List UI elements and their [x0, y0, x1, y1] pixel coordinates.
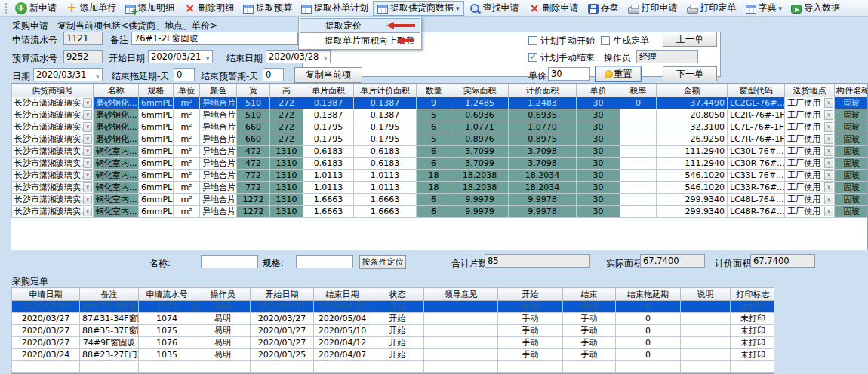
cell[interactable]: 299.9340 — [657, 206, 728, 218]
cell[interactable]: 易明 — [195, 337, 251, 349]
cell[interactable] — [424, 349, 498, 361]
cell[interactable]: 未打印 — [731, 349, 775, 361]
cell[interactable]: 30 — [577, 146, 620, 158]
cell[interactable]: m² — [174, 170, 200, 182]
cell[interactable]: 18.2034 — [509, 170, 577, 182]
toolbar-extract-budget-button[interactable]: 提取预算 — [239, 1, 297, 16]
cell[interactable]: 0.6183 — [303, 146, 354, 158]
cell[interactable]: 1310 — [270, 170, 303, 182]
table-row[interactable]: 2020/03/2787#31-34F窗固玻1074易明2020/03/2720… — [12, 313, 775, 325]
cell[interactable]: 111.2940 — [657, 146, 728, 158]
column-header[interactable]: 实际面积 — [451, 84, 509, 97]
cell-dropdown-icon[interactable]: ∨ — [824, 182, 833, 192]
column-header[interactable]: 申请流水号 — [139, 288, 195, 301]
cell[interactable]: 272 — [270, 133, 303, 146]
cell[interactable]: 1076 — [139, 337, 195, 349]
cell[interactable]: 510 — [237, 109, 270, 121]
cell-dropdown-icon[interactable]: ∨ — [83, 170, 92, 180]
column-header[interactable]: 结束拖延期 — [616, 288, 681, 301]
cell[interactable]: 6mmPLE... — [139, 170, 174, 182]
column-header[interactable]: 开始日期 — [251, 288, 314, 301]
column-header[interactable]: 供货商编号 — [12, 84, 94, 97]
cell-dropdown-icon[interactable]: ∨ — [83, 98, 92, 108]
cell[interactable]: 546.1020 — [657, 182, 728, 194]
cell[interactable] — [424, 337, 498, 349]
cell[interactable]: 固玻 — [835, 109, 868, 121]
cell[interactable]: 0.1795 — [354, 133, 417, 146]
cell[interactable]: 30 — [577, 158, 620, 170]
cell[interactable]: 111.2940 — [657, 158, 728, 170]
cell[interactable]: 0 — [616, 337, 681, 349]
table-row[interactable]: 2020/03/2788#35-37F窗固玻1075易明2020/03/2720… — [12, 325, 775, 337]
toolbar-add-row-button[interactable]: 添加单行 — [61, 1, 121, 16]
column-header[interactable]: 规格 — [139, 84, 174, 97]
cell[interactable]: m² — [174, 158, 200, 170]
request-no-field[interactable] — [63, 32, 103, 45]
column-header[interactable]: 窗型代码 — [728, 84, 785, 97]
cell[interactable]: 0 — [620, 97, 657, 109]
cell[interactable]: 工厂使用∨ — [785, 182, 835, 194]
toolbar-print-request-button[interactable]: 打印申请 — [623, 1, 682, 16]
cell[interactable]: 工厂使用∨ — [785, 97, 835, 109]
next-order-button[interactable]: 下一单 — [663, 66, 717, 81]
cell[interactable]: 9.9979 — [451, 194, 509, 206]
cell[interactable]: 固玻 — [835, 170, 868, 182]
cell[interactable]: 手动 — [498, 301, 563, 313]
cell[interactable]: 磨砂钢化... — [94, 133, 139, 146]
cell[interactable]: 0.8975 — [509, 133, 577, 146]
cell[interactable]: 30 — [577, 194, 620, 206]
cell[interactable]: 18.2038 — [451, 182, 509, 194]
start-date-picker[interactable]: 2020/03/21∨ — [148, 50, 213, 63]
cell[interactable]: m² — [174, 206, 200, 218]
cell[interactable]: 18 — [417, 182, 451, 194]
cell[interactable]: 18.2038 — [451, 170, 509, 182]
column-header[interactable]: 结束 — [563, 288, 616, 301]
end-warn-field[interactable] — [263, 68, 284, 81]
cell[interactable]: m² — [174, 133, 200, 146]
cell[interactable]: 1035 — [139, 349, 195, 361]
toolbar-grip[interactable] — [5, 3, 7, 14]
cell[interactable]: 固玻 — [835, 182, 868, 194]
column-header[interactable]: 单片计价面积 — [354, 84, 417, 97]
cell[interactable]: 6mmPLE... — [139, 146, 174, 158]
cell[interactable]: 固玻 — [835, 121, 868, 133]
cell[interactable]: 1.0113 — [303, 170, 354, 182]
cell[interactable]: 1.0113 — [354, 170, 417, 182]
cell[interactable]: m² — [174, 97, 200, 109]
cell[interactable]: 6 — [417, 158, 451, 170]
toolbar-dictionary-button[interactable]: 字典▾ — [741, 1, 787, 16]
toolbar-save-button[interactable]: 存盘 — [583, 1, 623, 16]
cell-dropdown-icon[interactable]: ∨ — [83, 146, 92, 156]
budget-no-field[interactable] — [63, 50, 103, 63]
cell[interactable]: 未打印 — [731, 337, 775, 349]
cell[interactable]: 异地合片 — [200, 194, 237, 206]
cell[interactable] — [424, 301, 498, 313]
cell[interactable]: 9 — [417, 97, 451, 109]
cell-dropdown-icon[interactable]: ∨ — [824, 170, 833, 180]
cell[interactable]: 固玻 — [835, 146, 868, 158]
table-row[interactable]: 长沙市潇湘玻璃实...∨钢化室内...6mmPLE...m²异地合片772131… — [12, 170, 868, 182]
cell-dropdown-icon[interactable]: ∨ — [83, 182, 92, 192]
cell[interactable]: 0 — [616, 313, 681, 325]
cell[interactable]: 37.4490 — [657, 97, 728, 109]
cell[interactable]: 0.1387 — [354, 97, 417, 109]
unit-price-field[interactable] — [548, 67, 590, 81]
cell[interactable]: 1310 — [270, 146, 303, 158]
cell[interactable]: 1.6663 — [354, 194, 417, 206]
cell[interactable]: LC33R-76#... — [728, 182, 785, 194]
column-header[interactable]: 高 — [270, 84, 303, 97]
gen-order-checkbox[interactable] — [601, 36, 610, 45]
cell[interactable]: 2020/03/27 — [251, 337, 314, 349]
cell[interactable]: 2020/04/30 — [314, 301, 371, 313]
cell[interactable]: 开始 — [371, 337, 424, 349]
cell[interactable]: 1310 — [270, 194, 303, 206]
cell[interactable]: 手动 — [498, 313, 563, 325]
table-row[interactable]: 2020/03/2774#9F窗固玻1076易明2020/03/272020/0… — [12, 337, 775, 349]
cell[interactable]: 手动 — [563, 325, 616, 337]
cell[interactable]: 异地合片 — [200, 206, 237, 218]
cell[interactable]: 1310 — [270, 158, 303, 170]
column-header[interactable]: 颜色 — [200, 84, 237, 97]
cell[interactable]: m² — [174, 121, 200, 133]
cell[interactable]: 工厂使用∨ — [785, 194, 835, 206]
column-header[interactable]: 宽 — [237, 84, 270, 97]
